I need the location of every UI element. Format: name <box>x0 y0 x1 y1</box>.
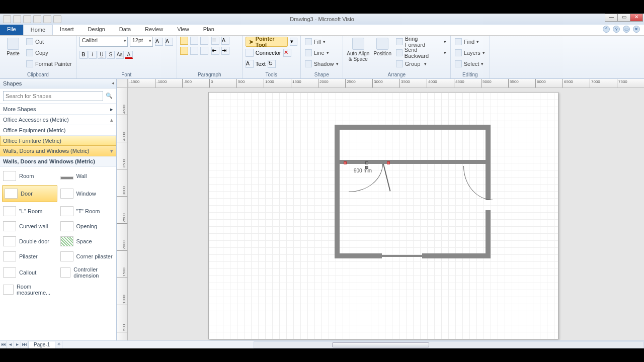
tab-nav-first[interactable]: ⏮ <box>0 341 7 348</box>
wall-left[interactable] <box>335 125 340 258</box>
layers-button[interactable]: Layers▾ <box>454 48 486 58</box>
wall-bottom-left[interactable] <box>335 253 382 258</box>
paste-button[interactable]: Paste <box>3 37 23 56</box>
shapes-close-icon[interactable]: ◂ <box>112 80 114 85</box>
shape-controller-dim[interactable]: Controller dimension <box>59 265 115 280</box>
tab-data[interactable]: Data <box>112 25 138 35</box>
qat-visio-icon[interactable] <box>3 15 11 23</box>
wall-top[interactable] <box>335 125 491 130</box>
door-2-arc[interactable] <box>463 166 493 200</box>
tab-view[interactable]: View <box>170 25 196 35</box>
win-close-icon[interactable]: ✕ <box>633 26 640 33</box>
tab-nav-last[interactable]: ⏭ <box>21 341 28 348</box>
up-caret-icon[interactable]: ^ <box>603 26 610 33</box>
shape-t-room[interactable]: "T" Room <box>59 205 115 217</box>
tab-design[interactable]: Design <box>81 25 112 35</box>
cut-button[interactable]: Cut <box>25 37 73 47</box>
case-button[interactable]: Aa <box>116 51 124 59</box>
grow-font-icon[interactable]: A <box>155 38 163 46</box>
shape-pilaster[interactable]: Pilaster <box>2 250 57 262</box>
copy-button[interactable]: Copy <box>25 48 73 58</box>
new-page-tab[interactable]: ✧ <box>55 341 62 348</box>
font-color-button[interactable]: A <box>125 51 133 59</box>
qat-print-icon[interactable] <box>43 15 51 23</box>
align-top-left-icon[interactable] <box>180 37 188 45</box>
tab-file[interactable]: File <box>0 25 23 35</box>
bold-button[interactable]: B <box>79 51 88 59</box>
shape-opening[interactable]: Opening <box>59 220 115 232</box>
align-center-icon[interactable] <box>190 47 198 55</box>
text-fx-icon[interactable]: A <box>221 37 229 45</box>
group-button[interactable]: Group▾ <box>395 59 447 69</box>
bullets-icon[interactable]: ≣ <box>211 37 219 45</box>
shape-room[interactable]: Room <box>2 170 57 182</box>
pointer-drop-icon[interactable]: ▾ <box>290 38 297 46</box>
fill-button[interactable]: Fill▾ <box>304 37 327 47</box>
shape-callout[interactable]: Callout <box>2 265 57 280</box>
sel-handle-right[interactable] <box>387 161 390 164</box>
shadow-button[interactable]: Shadow▾ <box>304 59 340 69</box>
align-right-icon[interactable] <box>200 47 208 55</box>
maximize-button[interactable]: ▭ <box>617 14 630 22</box>
bottom-window[interactable] <box>382 255 422 257</box>
sel-handle-mid[interactable] <box>365 161 368 164</box>
help-icon[interactable]: ? <box>613 26 620 33</box>
select-button[interactable]: Select▾ <box>454 59 485 69</box>
drawing-page[interactable]: 900 mm <box>208 92 558 339</box>
shape-room-measure[interactable]: Room measureme... <box>2 283 57 297</box>
shape-door[interactable]: Door <box>2 185 57 202</box>
align-top-center-icon[interactable] <box>190 37 198 45</box>
sel-handle-left[interactable] <box>344 161 347 164</box>
tab-nav-next[interactable]: ▸ <box>14 341 21 348</box>
tab-insert[interactable]: Insert <box>53 25 81 35</box>
text-button[interactable]: Text <box>256 61 266 67</box>
rotate-icon[interactable]: ↻ <box>268 60 276 68</box>
search-icon[interactable]: 🔍 <box>105 91 113 101</box>
send-backward-button[interactable]: Send Backward▾ <box>395 48 447 58</box>
bring-forward-button[interactable]: Bring Forward▾ <box>395 37 447 47</box>
shape-wall[interactable]: Wall <box>59 170 115 182</box>
find-button[interactable]: Find▾ <box>454 37 480 47</box>
inner-wall[interactable] <box>340 160 486 164</box>
qat-preview-icon[interactable] <box>53 15 61 23</box>
close-button[interactable]: ✕ <box>630 14 643 22</box>
win-restore-icon[interactable]: ▭ <box>623 26 630 33</box>
shape-l-room[interactable]: "L" Room <box>2 205 57 217</box>
indent-right-icon[interactable]: ⇥ <box>221 47 229 55</box>
page-tab-1[interactable]: Page-1 <box>28 341 55 348</box>
door-1-leaf[interactable] <box>383 164 390 192</box>
wall-bottom-right[interactable] <box>422 253 491 258</box>
shape-space[interactable]: Space <box>59 235 115 247</box>
font-name-combo[interactable]: Calibri <box>79 37 128 47</box>
cat-accessories[interactable]: Office Accessories (Metric) <box>0 115 116 125</box>
qat-redo-icon[interactable] <box>33 15 41 23</box>
shapes-search-input[interactable] <box>3 91 103 101</box>
format-painter-button[interactable]: Format Painter <box>25 59 73 69</box>
tab-review[interactable]: Review <box>138 25 170 35</box>
font-size-combo[interactable]: 12pt <box>130 37 153 47</box>
qat-save-icon[interactable] <box>13 15 21 23</box>
connector-button[interactable]: Connector <box>256 50 281 56</box>
cat-furniture[interactable]: Office Furniture (Metric) <box>0 136 116 146</box>
cat-walls[interactable]: Walls, Doors and Windows (Metric) <box>0 146 116 156</box>
indent-left-icon[interactable]: ⇤ <box>211 47 219 55</box>
h-scrollbar[interactable] <box>254 341 644 348</box>
tab-home[interactable]: Home <box>23 25 53 35</box>
shape-double-door[interactable]: Double door <box>2 235 57 247</box>
tab-plan[interactable]: Plan <box>196 25 221 35</box>
pointer-tool-button[interactable]: ➤Pointer Tool <box>246 37 288 47</box>
shape-corner-pilaster[interactable]: Corner pilaster <box>59 250 115 262</box>
tab-nav-prev[interactable]: ◂ <box>7 341 14 348</box>
more-shapes-item[interactable]: More Shapes <box>0 104 116 115</box>
canvas-viewport[interactable]: 900 mm <box>128 88 644 341</box>
strike-button[interactable]: S <box>107 51 115 59</box>
h-scroll-thumb[interactable] <box>332 342 429 347</box>
shrink-font-icon[interactable]: A <box>165 38 173 46</box>
qat-undo-icon[interactable] <box>23 15 31 23</box>
line-button[interactable]: Line▾ <box>304 48 330 58</box>
position-button[interactable]: Position <box>372 37 393 56</box>
cat-equipment[interactable]: Office Equipment (Metric) <box>0 125 116 136</box>
floor-plan[interactable]: 900 mm <box>335 125 491 258</box>
delete-icon[interactable]: ✕ <box>283 49 291 57</box>
minimize-button[interactable]: — <box>605 14 618 22</box>
